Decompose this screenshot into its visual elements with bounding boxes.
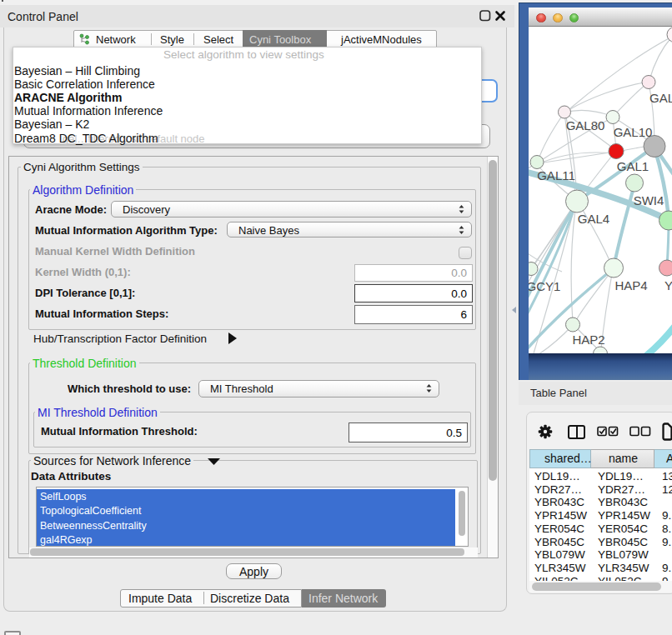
svg-text:GAL: GAL (649, 91, 672, 105)
svg-text:GCY1: GCY1 (529, 279, 560, 293)
svg-text:Y: Y (664, 278, 672, 292)
svg-text:GAL4: GAL4 (578, 212, 609, 226)
svg-text:HAP2: HAP2 (572, 332, 604, 347)
svg-text:GAL1: GAL1 (617, 159, 649, 173)
svg-text:HAP4: HAP4 (614, 278, 647, 292)
svg-text:GAL11: GAL11 (537, 168, 575, 182)
svg-text:SWI4: SWI4 (634, 193, 664, 208)
svg-text:GAL80: GAL80 (566, 118, 605, 132)
svg-text:GAL10: GAL10 (614, 125, 653, 139)
